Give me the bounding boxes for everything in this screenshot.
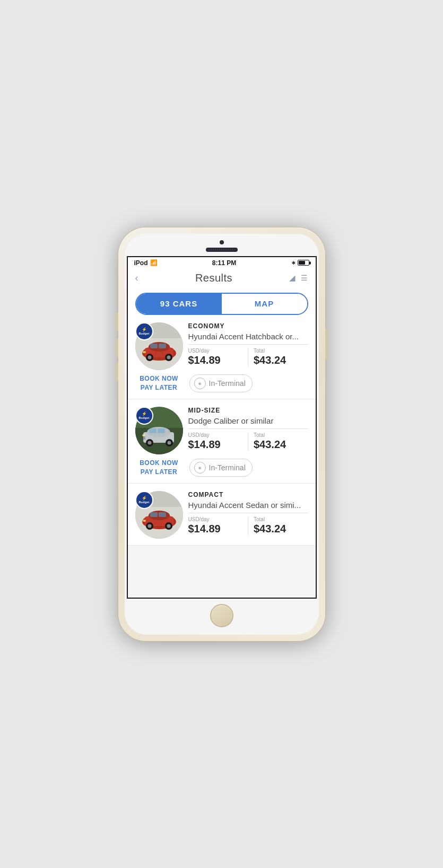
car-top-row-midsize: ⚡ Budget MID-SIZE Dodge Caliber or simil… — [135, 407, 308, 454]
total-value-midsize: $43.24 — [254, 439, 308, 451]
svg-point-10 — [167, 355, 170, 359]
price-col-daily-midsize: USD/day $14.89 — [188, 432, 249, 451]
location-icon: ● — [194, 378, 206, 389]
status-bar: iPod 📶 8:11 PM ∗ — [128, 257, 316, 269]
filter-icon[interactable]: ◢ — [289, 273, 296, 283]
car-image-economy: ⚡ Budget — [135, 322, 183, 370]
car-info-compact: COMPACT Hyundai Accent Sedan or simi... … — [188, 491, 308, 535]
brand-badge-midsize: ⚡ Budget — [135, 407, 153, 425]
price-row: USD/day $14.89 Total $43.24 — [188, 348, 308, 366]
brand-badge-compact: ⚡ Budget — [135, 491, 153, 509]
car-name-compact: Hyundai Accent Sedan or simi... — [188, 501, 308, 513]
top-bezel — [125, 234, 319, 256]
location-text-midsize: In-Terminal — [209, 463, 246, 472]
location-pill-midsize: ● In-Terminal — [189, 459, 253, 477]
car-name: Hyundai Accent Hatchback or... — [188, 332, 308, 345]
phone-frame: iPod 📶 8:11 PM ∗ ‹ Results ◢ ☰ — [118, 227, 325, 641]
book-now-pay-later-midsize[interactable]: BOOK NOW PAY LATER — [135, 459, 183, 477]
car-bottom-row: BOOK NOW PAY LATER ● In-Terminal — [135, 374, 308, 392]
ipod-label: iPod — [134, 259, 148, 267]
svg-point-23 — [142, 434, 145, 436]
back-button[interactable]: ‹ — [135, 273, 138, 284]
brand-badge-economy: ⚡ Budget — [135, 322, 153, 340]
cars-tab[interactable]: 93 CARS — [136, 294, 222, 314]
nav-icons: ◢ ☰ — [289, 273, 308, 283]
svg-rect-17 — [158, 428, 165, 433]
bluetooth-icon: ∗ — [291, 260, 296, 266]
book-now-pay-later[interactable]: BOOK NOW PAY LATER — [135, 374, 183, 392]
car-item-economy[interactable]: ⚡ Budget ECONOMY Hyundai Accent Hatchbac… — [128, 315, 316, 399]
speaker — [206, 248, 238, 252]
car-category-midsize: MID-SIZE — [188, 407, 308, 414]
status-right: ∗ — [291, 260, 309, 266]
car-info-midsize: MID-SIZE Dodge Caliber or similar USD/da… — [188, 407, 308, 451]
svg-point-34 — [167, 524, 170, 528]
bottom-bezel — [125, 599, 319, 635]
car-top-row-compact: ⚡ Budget COMPACT Hyundai Accent Sedan or… — [135, 491, 308, 539]
car-category: ECONOMY — [188, 322, 308, 330]
svg-point-21 — [167, 441, 171, 444]
car-image-midsize: ⚡ Budget — [135, 407, 183, 454]
status-time: 8:11 PM — [158, 259, 291, 267]
car-top-row: ⚡ Budget ECONOMY Hyundai Accent Hatchbac… — [135, 322, 308, 370]
camera — [220, 240, 224, 244]
price-col-total: Total $43.24 — [248, 348, 308, 366]
price-col-total-compact: Total $43.24 — [248, 516, 308, 535]
price-per-day-label-compact: USD/day — [188, 516, 243, 522]
battery-icon — [298, 260, 309, 266]
screen: iPod 📶 8:11 PM ∗ ‹ Results ◢ ☰ — [127, 256, 317, 599]
svg-point-35 — [143, 520, 146, 522]
location-pill: ● In-Terminal — [189, 374, 253, 392]
map-tab[interactable]: MAP — [222, 294, 307, 314]
svg-point-11 — [143, 351, 146, 353]
svg-rect-6 — [159, 344, 166, 348]
home-button[interactable] — [210, 604, 233, 627]
speaker-grille — [209, 249, 235, 251]
nav-bar: ‹ Results ◢ ☰ — [128, 269, 316, 288]
car-category-compact: COMPACT — [188, 491, 308, 498]
price-per-day-value-midsize: $14.89 — [188, 439, 243, 451]
location-icon-midsize: ● — [194, 462, 206, 474]
car-list: ⚡ Budget ECONOMY Hyundai Accent Hatchbac… — [128, 315, 316, 598]
price-per-day-label: USD/day — [188, 348, 243, 354]
svg-rect-22 — [143, 436, 145, 440]
car-item-midsize[interactable]: ⚡ Budget MID-SIZE Dodge Caliber or simil… — [128, 399, 316, 484]
svg-point-19 — [147, 441, 151, 444]
price-per-day-label-midsize: USD/day — [188, 432, 243, 438]
svg-rect-29 — [150, 512, 158, 517]
price-col-total-midsize: Total $43.24 — [248, 432, 308, 451]
battery-fill — [299, 261, 306, 265]
total-value: $43.24 — [254, 354, 308, 366]
total-label: Total — [254, 348, 308, 354]
price-per-day-value-compact: $14.89 — [188, 523, 243, 535]
svg-rect-16 — [149, 428, 157, 433]
phone-inner: iPod 📶 8:11 PM ∗ ‹ Results ◢ ☰ — [125, 234, 319, 635]
svg-point-8 — [147, 355, 151, 359]
svg-rect-30 — [159, 512, 166, 517]
total-label-midsize: Total — [254, 432, 308, 438]
price-col-daily: USD/day $14.89 — [188, 348, 249, 366]
car-bottom-row-midsize: BOOK NOW PAY LATER ● In-Terminal — [135, 459, 308, 477]
price-row-midsize: USD/day $14.89 Total $43.24 — [188, 432, 308, 451]
price-row-compact: USD/day $14.89 Total $43.24 — [188, 516, 308, 535]
page-title: Results — [195, 272, 232, 284]
price-col-daily-compact: USD/day $14.89 — [188, 516, 249, 535]
price-per-day-value: $14.89 — [188, 354, 243, 366]
total-label-compact: Total — [254, 516, 308, 522]
status-left: iPod 📶 — [134, 259, 158, 267]
view-toggle: 93 CARS MAP — [135, 293, 308, 315]
menu-icon[interactable]: ☰ — [301, 274, 308, 282]
svg-rect-5 — [150, 344, 158, 348]
car-info-economy: ECONOMY Hyundai Accent Hatchback or... U… — [188, 322, 308, 366]
car-name-midsize: Dodge Caliber or similar — [188, 416, 308, 429]
location-text: In-Terminal — [209, 379, 246, 388]
car-item-compact[interactable]: ⚡ Budget COMPACT Hyundai Accent Sedan or… — [128, 484, 316, 546]
wifi-icon: 📶 — [150, 259, 158, 266]
car-image-compact: ⚡ Budget — [135, 491, 183, 539]
svg-point-32 — [147, 524, 151, 528]
toggle-container: 93 CARS MAP — [128, 288, 316, 315]
total-value-compact: $43.24 — [254, 523, 308, 535]
